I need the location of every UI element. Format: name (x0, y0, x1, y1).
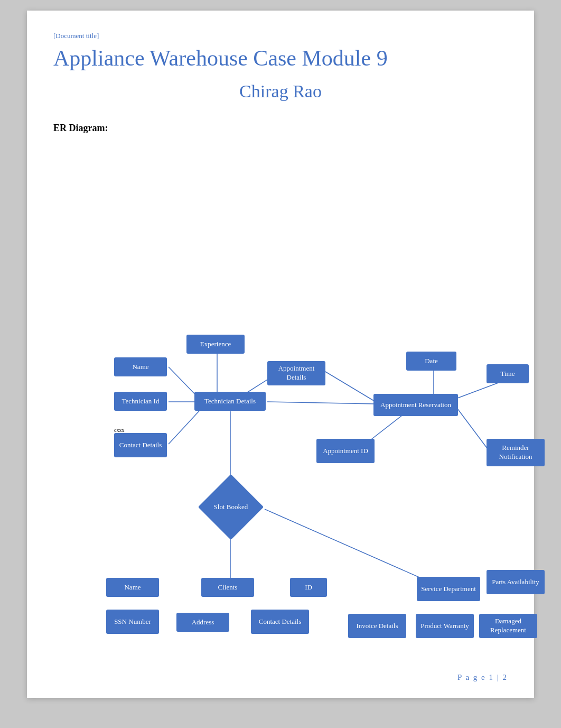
node-id-clients: ID (290, 578, 327, 597)
author: Chirag Rao (53, 81, 508, 102)
node-name-technician: Name (114, 357, 167, 376)
node-name-clients: Name (106, 578, 159, 597)
node-reminder-notification: Reminder Notification (487, 439, 545, 466)
node-technician-details: Technician Details (194, 392, 266, 411)
svg-line-9 (457, 409, 489, 451)
node-product-warranty: Product Warranty (416, 614, 474, 638)
node-appointment-id: Appointment ID (316, 439, 375, 463)
node-technician-id: Technician Id (114, 392, 167, 411)
svg-line-6 (325, 372, 376, 402)
node-date: Date (406, 352, 456, 371)
node-appointment-reservation: Appointment Reservation (373, 394, 458, 416)
node-damaged-replacement: Damaged Replacement (479, 614, 537, 638)
main-title: Appliance Warehouse Case Module 9 (53, 45, 508, 71)
svg-line-23 (265, 509, 420, 578)
node-ssn-number: SSN Number (106, 610, 159, 634)
er-label: ER Diagram: (53, 123, 508, 134)
node-invoice-details: Invoice Details (348, 614, 406, 638)
node-experience: Experience (186, 335, 245, 354)
node-service-department: Service Department (417, 577, 480, 601)
svg-line-3 (169, 409, 201, 444)
svg-line-4 (267, 402, 376, 404)
node-contact-details-clients: Contact Details (251, 610, 309, 634)
page: [Document title] Appliance Warehouse Cas… (27, 11, 534, 698)
node-address: Address (176, 613, 229, 632)
node-clients: Clients (201, 578, 254, 597)
node-time: Time (487, 364, 529, 383)
node-slot-booked: Slot Booked (198, 474, 264, 540)
er-diagram: Experience Name Appointment Details Date… (53, 144, 508, 578)
cxxx-label: cxxx (114, 427, 124, 433)
svg-line-8 (457, 382, 500, 398)
doc-title: [Document title] (53, 32, 508, 40)
node-parts-availability: Parts Availability (487, 570, 545, 594)
node-appointment-details: Appointment Details (267, 361, 325, 385)
node-contact-details-tech: Contact Details (114, 433, 167, 457)
page-footer: P a g e 1 | 2 (457, 673, 508, 682)
